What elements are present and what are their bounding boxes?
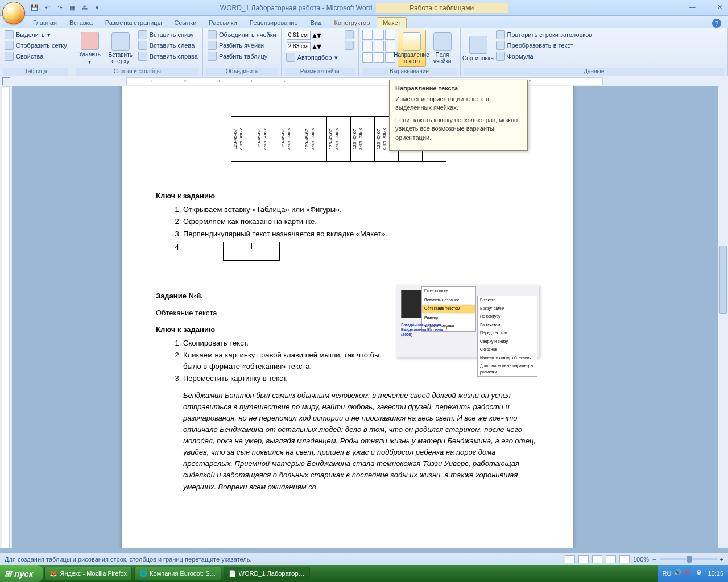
- taskbar-item[interactable]: 🌐 Компания Eurodot: S…: [134, 567, 221, 580]
- zoom-slider[interactable]: [660, 558, 717, 560]
- height-input[interactable]: [287, 31, 311, 40]
- properties-button[interactable]: Свойства: [3, 51, 68, 61]
- align-tl[interactable]: [362, 30, 373, 40]
- document-area[interactable]: ☎1 123-45-67англ. язык 123-45-67англ. яз…: [13, 86, 728, 548]
- align-bl[interactable]: [362, 52, 373, 63]
- insert-below-button[interactable]: Вставить снизу: [137, 30, 199, 40]
- delete-button[interactable]: Удалить▾: [76, 30, 104, 67]
- horizontal-ruler[interactable]: 12312 131415: [0, 76, 728, 86]
- tab-design[interactable]: Конструктор: [329, 18, 376, 28]
- zoom-in[interactable]: +: [720, 556, 723, 563]
- distribute-cols-icon: [345, 41, 354, 50]
- distribute-cols-button[interactable]: [344, 40, 355, 51]
- list-item: Оформляем как показано на картинке.: [183, 216, 539, 227]
- qat-icon[interactable]: 🖶: [80, 3, 90, 13]
- start-button[interactable]: ⊞ пуск: [0, 565, 43, 582]
- taskbar: ⊞ пуск 🦊 Яндекс - Mozilla Firefox 🌐 Комп…: [0, 565, 728, 582]
- select-button[interactable]: Выделить ▾: [3, 30, 68, 40]
- vertical-scrollbar[interactable]: [718, 86, 728, 548]
- workspace: ☎1 123-45-67англ. язык 123-45-67англ. яз…: [0, 86, 728, 548]
- statusbar: Для создания таблицы и рисования строк, …: [0, 552, 728, 565]
- tab-pagelayout[interactable]: Разметка страницы: [100, 18, 168, 28]
- distribute-rows-button[interactable]: [344, 30, 355, 40]
- insert-above-button[interactable]: Вставить сверху: [106, 30, 135, 67]
- ruler-corner[interactable]: [2, 77, 10, 85]
- tab-references[interactable]: Ссылки: [169, 18, 202, 28]
- align-tc[interactable]: [374, 30, 384, 40]
- align-mr[interactable]: [385, 41, 395, 51]
- properties-icon: [5, 52, 14, 61]
- group-label: Данные: [464, 68, 725, 76]
- undo-icon[interactable]: ↶: [42, 3, 52, 13]
- tab-layout[interactable]: Макет: [377, 17, 407, 28]
- view-web[interactable]: [592, 555, 602, 563]
- align-mc[interactable]: [374, 41, 384, 51]
- insert-above-icon: [111, 32, 130, 51]
- repeat-header-button[interactable]: Повторить строки заголовков: [495, 30, 594, 40]
- vertical-ruler[interactable]: [0, 86, 13, 548]
- tray-icon[interactable]: ⚙: [696, 569, 705, 578]
- view-print-layout[interactable]: [565, 555, 575, 563]
- group-table: Выделить ▾ Отобразить сетку Свойства Таб…: [0, 28, 72, 76]
- formula-button[interactable]: Формула: [495, 51, 594, 61]
- zoom-out[interactable]: −: [652, 556, 656, 563]
- submenu: В текстеВокруг рамкиПо контуру За тексто…: [477, 296, 537, 377]
- merge-cells-button[interactable]: Объединить ячейки: [206, 30, 278, 40]
- language-indicator[interactable]: RU: [663, 570, 672, 577]
- split-table-button[interactable]: Разбить таблицу: [206, 51, 278, 61]
- cell-margins-button[interactable]: Поля ячейки: [428, 30, 457, 67]
- col-width[interactable]: ▴▾: [285, 41, 339, 52]
- qat-icon[interactable]: ▦: [67, 3, 77, 13]
- close-button[interactable]: ✕: [713, 2, 726, 11]
- split-table-icon: [208, 52, 217, 61]
- maximize-button[interactable]: ☐: [700, 2, 712, 11]
- window-controls: — ☐ ✕: [686, 2, 726, 11]
- taskbar-item[interactable]: 🦊 Яндекс - Mozilla Firefox: [44, 567, 132, 580]
- redo-icon[interactable]: ↷: [55, 3, 65, 13]
- qat-dropdown-icon[interactable]: ▾: [92, 3, 102, 13]
- show-grid-button[interactable]: Отобразить сетку: [3, 40, 68, 51]
- view-fullscreen[interactable]: [578, 555, 589, 563]
- align-ml[interactable]: [362, 41, 373, 51]
- embedded-figure: Гиперссылка…Вставить название… Обтекание…: [396, 285, 539, 357]
- insert-right-icon: [138, 52, 147, 61]
- group-label: Таблица: [3, 68, 68, 76]
- width-input[interactable]: [287, 42, 311, 51]
- autofit-button[interactable]: Автоподбор ▾: [285, 52, 339, 63]
- tooltip-body: Если нажать кнопку несколько раз, можно …: [395, 116, 522, 142]
- tab-home[interactable]: Главная: [27, 18, 63, 28]
- split-icon: [208, 41, 217, 50]
- minimize-button[interactable]: —: [686, 2, 698, 11]
- tab-view[interactable]: Вид: [305, 18, 328, 28]
- sort-button[interactable]: Сортировка: [464, 30, 493, 67]
- cell-margins-icon: [433, 32, 452, 51]
- clock[interactable]: 10:15: [708, 570, 723, 577]
- scrollbar-thumb[interactable]: [719, 246, 727, 314]
- delete-icon: [81, 32, 99, 50]
- group-alignment: Направление текста Поля ячейки Выравнива…: [359, 28, 461, 76]
- save-icon[interactable]: 💾: [30, 3, 40, 13]
- text-direction-button[interactable]: Направление текста: [398, 30, 426, 67]
- align-tr[interactable]: [385, 30, 395, 40]
- insert-left-button[interactable]: Вставить слева: [137, 40, 199, 51]
- tab-mailings[interactable]: Рассылки: [203, 18, 242, 28]
- tray-icon[interactable]: 🔊: [673, 569, 682, 578]
- convert-text-button[interactable]: Преобразовать в текст: [495, 40, 594, 51]
- help-icon[interactable]: ?: [712, 19, 721, 28]
- tab-review[interactable]: Рецензирование: [244, 18, 304, 28]
- view-draft[interactable]: [619, 555, 630, 563]
- tab-insert[interactable]: Вставка: [64, 18, 98, 28]
- alignment-grid: [362, 30, 395, 63]
- row-height[interactable]: ▴▾: [285, 30, 339, 40]
- align-bc[interactable]: [374, 52, 384, 63]
- zoom-level[interactable]: 100%: [633, 556, 649, 563]
- split-cells-button[interactable]: Разбить ячейки: [206, 40, 278, 51]
- insert-right-button[interactable]: Вставить справа: [137, 51, 199, 61]
- doc-title: WORD_1 Лабораторная работа - Microsoft W…: [220, 4, 373, 12]
- titlebar: 💾 ↶ ↷ ▦ 🖶 ▾ WORD_1 Лабораторная работа -…: [0, 0, 728, 16]
- view-outline[interactable]: [606, 555, 616, 563]
- office-button[interactable]: [2, 2, 25, 24]
- empty-table-cell[interactable]: [223, 242, 280, 261]
- taskbar-item[interactable]: 📄 WORD_1 Лаборатор…: [224, 567, 310, 580]
- tray-icon[interactable]: K: [685, 569, 694, 578]
